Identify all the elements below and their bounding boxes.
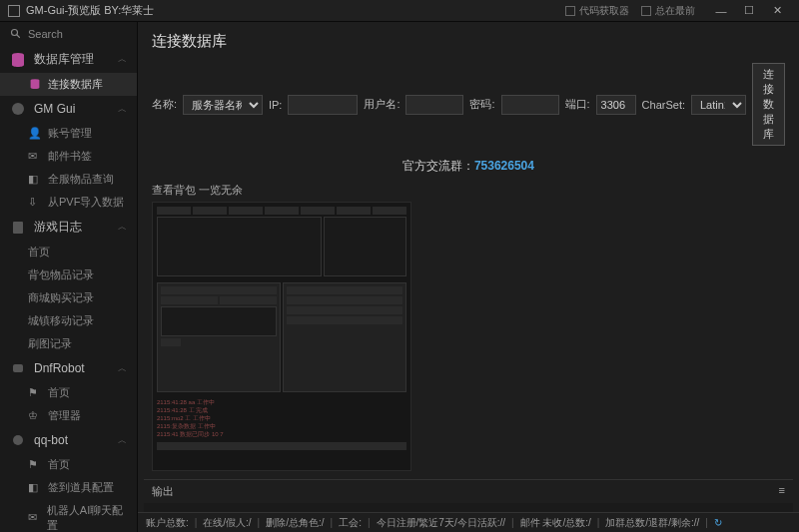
chevron-icon: ︿ bbox=[118, 362, 127, 375]
flag-icon: ⚑ bbox=[28, 458, 42, 472]
svg-rect-6 bbox=[13, 364, 23, 372]
preview-title: 查看背包 一览无余 bbox=[152, 183, 785, 198]
code-getter-checkbox[interactable]: 代码获取器 bbox=[565, 4, 629, 18]
nav-item-bot-ai[interactable]: ✉机器人AI聊天配置 bbox=[0, 499, 137, 532]
svg-line-1 bbox=[17, 35, 20, 38]
bot-icon bbox=[10, 432, 26, 448]
output-title: 输出 bbox=[152, 484, 174, 499]
nav-item-connect-db[interactable]: 连接数据库 bbox=[0, 73, 137, 96]
page-title: 连接数据库 bbox=[138, 22, 799, 59]
port-label: 端口: bbox=[565, 97, 590, 112]
search-box[interactable]: Search bbox=[0, 22, 137, 46]
crown-icon: ♔ bbox=[28, 409, 42, 423]
nav-item-robot-mgr[interactable]: ♔管理器 bbox=[0, 404, 137, 427]
preview-screenshot: 2115:41:28 aa 工作中 2115:41:28 工 完成 2115:m… bbox=[152, 202, 411, 471]
robot-icon bbox=[10, 360, 26, 376]
svg-point-0 bbox=[12, 30, 18, 36]
pass-input[interactable] bbox=[501, 95, 559, 115]
ip-label: IP: bbox=[269, 99, 282, 111]
charset-label: CharSet: bbox=[642, 99, 685, 111]
nav-item-robot-home[interactable]: ⚑首页 bbox=[0, 381, 137, 404]
nav-group-database[interactable]: 数据库管理 ︿ bbox=[0, 46, 137, 73]
import-icon: ⇩ bbox=[28, 196, 42, 210]
nav-group-gamelog[interactable]: 游戏日志 ︿ bbox=[0, 214, 137, 241]
nav-item-log-town[interactable]: 城镇移动记录 bbox=[0, 309, 137, 332]
svg-point-4 bbox=[12, 103, 24, 115]
nav-item-bot-signin[interactable]: ◧签到道具配置 bbox=[0, 476, 137, 499]
qq-group-line: 官方交流群：753626504 bbox=[138, 156, 799, 183]
chevron-icon: ︿ bbox=[118, 434, 127, 447]
item-icon: ◧ bbox=[28, 481, 42, 495]
chat-icon: ✉ bbox=[28, 511, 41, 525]
connection-form: 名称: 服务器名称 IP: 用户名: 密码: 端口: CharSet: Lati… bbox=[138, 59, 799, 156]
connect-button[interactable]: 连接数据库 bbox=[752, 63, 785, 146]
chevron-icon: ︿ bbox=[118, 221, 127, 234]
maximize-button[interactable]: ☐ bbox=[735, 1, 763, 21]
nav-item-log-shop[interactable]: 商城购买记录 bbox=[0, 286, 137, 309]
user-icon: 👤 bbox=[28, 127, 42, 141]
qq-number[interactable]: 753626504 bbox=[474, 159, 534, 173]
output-body bbox=[144, 503, 793, 512]
search-icon bbox=[10, 28, 22, 40]
log-icon bbox=[10, 220, 26, 236]
app-icon bbox=[8, 5, 20, 17]
nav-item-bot-home[interactable]: ⚑首页 bbox=[0, 453, 137, 476]
nav-item-account-mgmt[interactable]: 👤账号管理 bbox=[0, 122, 137, 145]
nav-item-mail-bookmark[interactable]: ✉邮件书签 bbox=[0, 145, 137, 168]
user-input[interactable] bbox=[405, 95, 463, 115]
sidebar: Search 数据库管理 ︿ 连接数据库 GM Gui ︿ 👤账号管理 ✉邮件书… bbox=[0, 22, 138, 532]
nav-item-item-search[interactable]: ◧全服物品查询 bbox=[0, 168, 137, 191]
nav-group-gmgui[interactable]: GM Gui ︿ bbox=[0, 96, 137, 122]
nav-group-qqbot[interactable]: qq-bot ︿ bbox=[0, 427, 137, 453]
nav-item-log-dungeon[interactable]: 刷图记录 bbox=[0, 332, 137, 355]
gm-icon bbox=[10, 101, 26, 117]
mail-icon: ✉ bbox=[28, 150, 42, 164]
close-button[interactable]: ✕ bbox=[763, 1, 791, 21]
port-input[interactable] bbox=[596, 95, 636, 115]
ip-input[interactable] bbox=[288, 95, 358, 115]
item-icon: ◧ bbox=[28, 173, 42, 187]
svg-rect-5 bbox=[13, 222, 23, 234]
output-menu-icon[interactable]: ≡ bbox=[779, 484, 785, 499]
always-on-top-checkbox[interactable]: 总在最前 bbox=[641, 4, 695, 18]
user-label: 用户名: bbox=[364, 97, 400, 112]
refresh-icon[interactable]: ↻ bbox=[714, 517, 722, 528]
nav-item-log-home[interactable]: 首页 bbox=[0, 241, 137, 264]
window-title: GM-Gui-预览版 BY:华莱士 bbox=[26, 3, 565, 18]
svg-point-7 bbox=[13, 435, 23, 445]
nav-group-dnfrobot[interactable]: DnfRobot ︿ bbox=[0, 355, 137, 381]
chevron-icon: ︿ bbox=[118, 53, 127, 66]
pass-label: 密码: bbox=[469, 97, 494, 112]
database-icon bbox=[10, 52, 26, 68]
name-label: 名称: bbox=[152, 97, 177, 112]
flag-icon: ⚑ bbox=[28, 386, 42, 400]
nav-item-pvf-import[interactable]: ⇩从PVF导入数据 bbox=[0, 191, 137, 214]
server-name-select[interactable]: 服务器名称 bbox=[183, 95, 263, 115]
chevron-icon: ︿ bbox=[118, 103, 127, 116]
database-icon bbox=[28, 78, 42, 92]
status-bar: 账户总数:| 在线/假人:/| 删除/总角色:/| 工会:| 今日注册/繁近7天… bbox=[138, 512, 799, 532]
nav-item-log-bag[interactable]: 背包物品记录 bbox=[0, 264, 137, 286]
charset-select[interactable]: Latin1 bbox=[691, 95, 746, 115]
minimize-button[interactable]: — bbox=[707, 1, 735, 21]
